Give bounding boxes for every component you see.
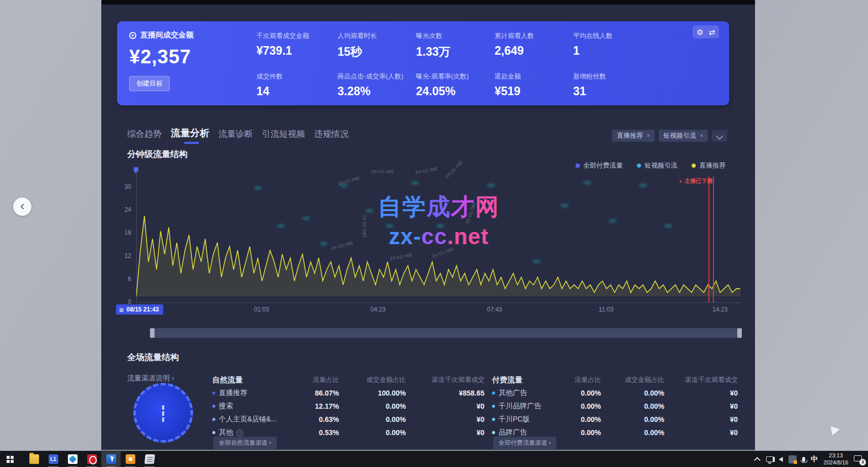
filter-chip-short-video[interactable]: 短视频引流 × bbox=[659, 130, 708, 142]
tab-violations[interactable]: 违规情况 bbox=[314, 128, 349, 144]
notepad-icon bbox=[144, 454, 155, 464]
stream-end-marker-line bbox=[708, 176, 709, 302]
metric-value: 14 bbox=[256, 85, 337, 98]
chart-range-scrollbar[interactable] bbox=[150, 328, 742, 338]
minute-traffic-chart[interactable]: 30 24 18 12 6 0 ▲ 主播已下播 ▦ 08/15 21:43 bbox=[102, 166, 755, 318]
start-time-label: 08/15 21:43 bbox=[126, 306, 159, 313]
channel-explain-link[interactable]: 流量渠道说明 › bbox=[127, 374, 174, 383]
scrollbar-left-handle[interactable] bbox=[150, 328, 155, 338]
chart-noise-smudge bbox=[386, 224, 394, 228]
minute-section-title: 分钟级流量结构 bbox=[127, 148, 187, 160]
chart-noise-smudge bbox=[533, 259, 541, 263]
traffic-filter-chips: 直播推荐 × 短视频引流 × bbox=[612, 130, 727, 142]
cell-value: ¥0 bbox=[406, 415, 484, 423]
cell-value: 0.00% bbox=[568, 429, 601, 437]
gear-icon[interactable]: ⚙ bbox=[697, 28, 703, 36]
chip-label: 直播推荐 bbox=[617, 131, 643, 140]
metric-card: 退款金额¥519 bbox=[495, 72, 573, 98]
metric-value: 1.33万 bbox=[416, 44, 495, 60]
cell-value: 100.00% bbox=[339, 389, 406, 397]
taskbar-app-orange[interactable] bbox=[121, 451, 140, 467]
cell-value: 0.00% bbox=[568, 389, 601, 397]
tray-expand-icon[interactable] bbox=[754, 457, 761, 463]
network-icon[interactable] bbox=[766, 456, 773, 462]
chart-noise-smudge bbox=[560, 204, 569, 208]
chart-noise-smudge bbox=[340, 183, 348, 187]
tray-app-icon[interactable] bbox=[788, 455, 797, 463]
column-header: 渠道千次观看成交 bbox=[406, 375, 484, 384]
metric-label: 平均在线人数 bbox=[573, 31, 654, 41]
microphone-icon[interactable] bbox=[802, 457, 805, 462]
info-icon[interactable]: ? bbox=[237, 430, 243, 436]
taskbar-app-l1[interactable]: L1 bbox=[44, 451, 63, 467]
analytics-tabs: 综合趋势 流量分析 流量诊断 引流短视频 违规情况 bbox=[127, 127, 349, 144]
metric-card: 曝光次数1.33万 bbox=[416, 31, 495, 60]
taskbar-app-red[interactable] bbox=[82, 451, 101, 467]
tab-traffic-analysis[interactable]: 流量分析 bbox=[171, 127, 209, 144]
taskbar-app-pointer[interactable] bbox=[101, 451, 121, 467]
notification-center-button[interactable]: 3 bbox=[854, 455, 864, 463]
metric-label: 成交件数 bbox=[256, 72, 337, 81]
chart-noise-smudge bbox=[277, 224, 285, 228]
gmv-banner-card: 直播间成交金额 ¥2,357 创建目标 千次观看成交金额¥739.1 人均观看时… bbox=[117, 21, 729, 105]
series-dot bbox=[492, 405, 495, 408]
close-icon[interactable]: × bbox=[700, 132, 703, 139]
filter-chip-live-recommend[interactable]: 直播推荐 × bbox=[612, 130, 655, 142]
screen-top-bar bbox=[102, 0, 755, 5]
taskbar-notepad[interactable] bbox=[140, 451, 159, 467]
taskbar-clock[interactable]: 23:13 2024/8/16 bbox=[823, 452, 848, 466]
series-dot bbox=[212, 405, 215, 408]
create-goal-button[interactable]: 创建目标 bbox=[129, 76, 170, 91]
forward-arrow-icon[interactable] bbox=[831, 425, 840, 436]
cell-value: 0.53% bbox=[288, 429, 339, 437]
clock-time: 23:13 bbox=[823, 452, 848, 459]
cursor-app-icon bbox=[106, 454, 116, 464]
tab-overall-trend[interactable]: 综合趋势 bbox=[127, 128, 162, 144]
row-label: 其他广告 bbox=[499, 388, 527, 398]
metric-card: 千次观看成交金额¥739.1 bbox=[256, 31, 337, 60]
metric-label: 人均观看时长 bbox=[337, 31, 416, 41]
tab-short-video[interactable]: 引流短视频 bbox=[262, 128, 305, 144]
speaker-icon[interactable] bbox=[779, 457, 783, 462]
x-axis-tick: 11:03 bbox=[598, 306, 613, 313]
cell-value: ¥0 bbox=[664, 429, 738, 437]
chevron-down-icon[interactable] bbox=[712, 130, 727, 142]
series-dot bbox=[492, 431, 495, 434]
table-row: 其他广告 0.00% 0.00% ¥0 bbox=[492, 386, 738, 400]
series-dot bbox=[212, 431, 215, 434]
annotation-text: 主播已下播 bbox=[685, 177, 712, 185]
scrollbar-track[interactable] bbox=[155, 328, 737, 338]
taskbar-file-explorer[interactable] bbox=[24, 451, 44, 467]
metric-value: 15秒 bbox=[337, 44, 416, 60]
traffic-line-plot[interactable] bbox=[136, 172, 740, 303]
all-paid-channels-button[interactable]: 全部付费流量渠道 › bbox=[493, 437, 556, 449]
traffic-donut-chart bbox=[125, 374, 201, 451]
y-axis-tick: 18 bbox=[116, 229, 131, 236]
metric-label: 商品点击-成交率(人数) bbox=[337, 72, 416, 81]
start-button[interactable] bbox=[0, 451, 20, 467]
natural-traffic-table: 自然流量 流量占比 成交金额占比 渠道千次观看成交 直播推荐 86.07% 10… bbox=[212, 373, 484, 439]
x-axis-tick: 04:23 bbox=[370, 306, 386, 313]
scrollbar-right-handle[interactable] bbox=[737, 328, 742, 338]
cell-value: 0.00% bbox=[601, 415, 664, 423]
all-natural-channels-button[interactable]: 全部自然流量渠道 › bbox=[213, 437, 277, 449]
swap-icon[interactable]: ⇄ bbox=[708, 28, 715, 36]
arrow-right-icon: › bbox=[172, 374, 174, 382]
cell-value: ¥0 bbox=[664, 415, 738, 423]
previous-media-button[interactable]: ‹ bbox=[13, 198, 31, 216]
metric-label: 曝光-观看率(次数) bbox=[416, 72, 495, 81]
close-icon[interactable]: × bbox=[647, 132, 650, 139]
cell-value: 0.00% bbox=[339, 402, 406, 410]
taskbar-app-teal[interactable] bbox=[63, 451, 82, 467]
row-label: 品牌广告 bbox=[499, 428, 527, 437]
tab-traffic-diagnosis[interactable]: 流量诊断 bbox=[218, 128, 253, 144]
y-axis-tick: 30 bbox=[116, 183, 131, 190]
ime-indicator[interactable]: 中 bbox=[811, 455, 818, 464]
column-header: 付费流量 bbox=[492, 375, 568, 385]
table-row: 千川品牌广告 0.00% 0.00% ¥0 bbox=[492, 400, 738, 413]
chart-noise-smudge bbox=[583, 181, 591, 185]
metric-label: 曝光次数 bbox=[416, 31, 495, 41]
live-dashboard-screen: 直播间成交金额 ¥2,357 创建目标 千次观看成交金额¥739.1 人均观看时… bbox=[101, 0, 755, 451]
link-label: 流量渠道说明 bbox=[127, 374, 170, 382]
stream-end-marker-line bbox=[713, 176, 714, 302]
